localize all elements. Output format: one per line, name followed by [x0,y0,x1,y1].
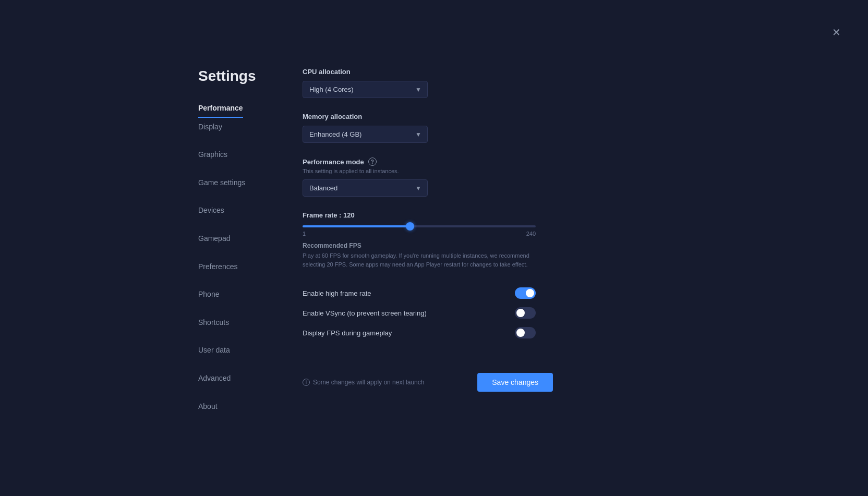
frame-rate-slider-wrapper[interactable] [303,225,553,227]
perf-mode-select-wrapper: Power saving Balanced High performance ▼ [303,179,428,197]
cpu-select[interactable]: Low (1 Core) Medium (2 Cores) High (4 Co… [303,81,428,98]
toggle-knob-vsync [516,309,525,317]
close-button[interactable]: ✕ [832,27,841,38]
sidebar-item-graphics[interactable]: Graphics [198,146,292,164]
memory-select-wrapper: Low (1 GB) Medium (2 GB) Enhanced (4 GB)… [303,126,428,143]
sidebar-item-devices[interactable]: Devices [198,201,292,220]
perf-mode-hint: This setting is applied to all instances… [303,168,553,174]
memory-select[interactable]: Low (1 GB) Medium (2 GB) Enhanced (4 GB)… [303,126,428,143]
cpu-section: CPU allocation Low (1 Core) Medium (2 Co… [303,68,553,98]
slider-min: 1 [303,231,306,237]
sidebar-item-display[interactable]: Display [198,118,292,137]
toggle-row-display-fps: Display FPS during gameplay [303,323,536,343]
footer-note-icon: i [303,379,310,386]
page-title: Settings [198,68,292,84]
cpu-label: CPU allocation [303,68,553,76]
toggle-knob-high-frame-rate [526,289,534,297]
footer-note-text: Some changes will apply on next launch [313,379,424,386]
memory-label: Memory allocation [303,113,553,120]
perf-mode-label-text: Performance mode [303,158,364,166]
perf-mode-help-icon[interactable]: ? [368,158,377,166]
toggle-knob-display-fps [516,329,525,337]
toggle-label-vsync: Enable VSync (to prevent screen tearing) [303,309,427,317]
sidebar-item-preferences[interactable]: Preferences [198,258,292,276]
slider-max: 240 [526,231,536,237]
sidebar-item-gamepad[interactable]: Gamepad [198,229,292,248]
slider-fill [303,225,410,227]
sidebar-item-shortcuts[interactable]: Shortcuts [198,313,292,332]
perf-mode-label-row: Performance mode ? [303,158,553,166]
toggle-vsync[interactable] [515,307,536,319]
toggle-label-display-fps: Display FPS during gameplay [303,329,392,337]
cpu-select-wrapper: Low (1 Core) Medium (2 Cores) High (4 Co… [303,81,428,98]
toggle-label-high-frame-rate: Enable high frame rate [303,289,371,297]
slider-thumb[interactable] [406,222,414,231]
footer-note: i Some changes will apply on next launch [303,379,424,386]
perf-mode-select[interactable]: Power saving Balanced High performance [303,179,428,197]
slider-track [303,225,536,227]
sidebar-nav: Performance Display Graphics Game settin… [198,99,292,416]
sidebar-item-about[interactable]: About [198,397,292,416]
toggle-row-high-frame-rate: Enable high frame rate [303,283,536,303]
toggle-high-frame-rate[interactable] [515,287,536,299]
toggle-display-fps[interactable] [515,327,536,338]
sidebar-item-game-settings[interactable]: Game settings [198,174,292,192]
footer-bar: i Some changes will apply on next launch… [303,373,553,392]
settings-panel: Settings Performance Display Graphics Ga… [198,68,553,416]
slider-range: 1 240 [303,231,536,237]
save-changes-button[interactable]: Save changes [477,373,553,392]
sidebar-item-advanced[interactable]: Advanced [198,369,292,388]
toggle-row-vsync: Enable VSync (to prevent screen tearing) [303,303,536,323]
settings-sidebar: Settings Performance Display Graphics Ga… [198,68,292,416]
memory-section: Memory allocation Low (1 GB) Medium (2 G… [303,113,553,143]
sidebar-item-user-data[interactable]: User data [198,341,292,360]
frame-rate-label: Frame rate : 120 [303,211,553,219]
frame-rate-section: Frame rate : 120 1 240 Recommended FPS P… [303,211,553,269]
perf-mode-section: Performance mode ? This setting is appli… [303,158,553,197]
sidebar-item-performance[interactable]: Performance [198,99,243,118]
toggles-section: Enable high frame rate Enable VSync (to … [303,283,553,343]
sidebar-item-phone[interactable]: Phone [198,285,292,304]
fps-hint-title: Recommended FPS [303,242,553,249]
content-area: CPU allocation Low (1 Core) Medium (2 Co… [303,68,553,416]
fps-hint-text: Play at 60 FPS for smooth gameplay. If y… [303,251,536,269]
